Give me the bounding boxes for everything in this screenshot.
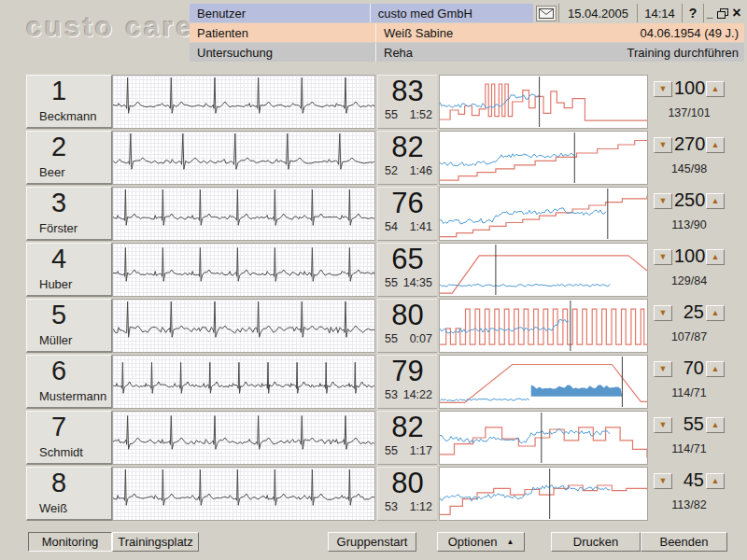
load-increase-button[interactable]: ▲ — [706, 249, 725, 265]
restore-button[interactable] — [715, 4, 729, 22]
patient-number-cell[interactable]: 1 Beckmann — [26, 75, 112, 129]
ecg-strip[interactable] — [112, 411, 375, 465]
patient-number: 6 — [51, 356, 66, 386]
load-increase-button[interactable]: ▲ — [706, 417, 725, 433]
ecg-strip[interactable] — [112, 131, 375, 185]
arrow-down-icon: ▼ — [659, 308, 668, 317]
patient-birthdate: 04.06.1954 (49 J.) — [640, 26, 739, 40]
gruppenstart-label: Gruppenstart — [337, 535, 408, 549]
load-decrease-button[interactable]: ▼ — [654, 81, 672, 97]
arrow-up-icon: ▲ — [712, 308, 720, 317]
heart-rate-value: 80 — [378, 467, 437, 500]
patient-number: 3 — [51, 188, 66, 218]
patient-number-cell[interactable]: 8 Weiß — [26, 467, 112, 521]
ecg-waveform — [113, 132, 374, 184]
ecg-waveform — [113, 188, 374, 240]
ecg-strip[interactable] — [112, 355, 375, 409]
arrow-up-icon: ▲ — [712, 476, 720, 485]
untersuchung-type: Reha — [384, 46, 413, 60]
patient-row: 7 Schmidt 82 55 1:17 ▼ 55 ▲ 114/71 — [0, 411, 747, 465]
minimize-button[interactable]: _ — [703, 4, 715, 22]
hr-secondary-value: 52 — [385, 164, 398, 177]
patient-number-cell[interactable]: 2 Beer — [26, 131, 112, 185]
ecg-strip[interactable] — [112, 243, 375, 297]
mail-icon[interactable] — [536, 6, 557, 21]
load-increase-button[interactable]: ▲ — [706, 473, 725, 489]
heart-rate-cell: 82 55 1:17 — [377, 411, 437, 465]
close-button[interactable]: × — [729, 4, 744, 22]
ecg-strip[interactable] — [112, 299, 375, 353]
restore-icon — [717, 8, 728, 19]
heart-rate-cell: 80 55 0:07 — [377, 299, 437, 353]
load-decrease-button[interactable]: ▼ — [654, 361, 672, 377]
trend-chart[interactable] — [439, 411, 648, 465]
load-decrease-button[interactable]: ▼ — [654, 417, 672, 433]
patient-number: 1 — [51, 76, 66, 106]
load-value: 70 — [674, 357, 704, 379]
trend-chart[interactable] — [439, 75, 648, 129]
arrow-down-icon: ▼ — [659, 196, 668, 205]
patienten-label[interactable]: Patienten — [190, 23, 376, 42]
gruppenstart-button[interactable]: Gruppenstart — [328, 532, 416, 552]
benutzer-label[interactable]: Benutzer — [190, 4, 371, 22]
patient-number-cell[interactable]: 7 Schmidt — [26, 411, 112, 465]
drucken-button[interactable]: Drucken — [551, 532, 641, 552]
patient-name-value: Weiß Sabine — [384, 26, 453, 40]
load-decrease-button[interactable]: ▼ — [654, 473, 672, 489]
heart-rate-value: 80 — [378, 299, 437, 332]
session-time: 1:41 — [410, 220, 432, 233]
help-button[interactable]: ? — [682, 4, 703, 22]
patient-name: Weiß — [39, 501, 67, 515]
load-increase-button[interactable]: ▲ — [706, 361, 725, 377]
patient-number: 5 — [51, 300, 66, 330]
arrow-up-icon: ▲ — [712, 140, 720, 149]
hr-subline: 55 1:52 — [385, 108, 432, 121]
trend-plot — [440, 412, 647, 464]
load-value: 250 — [674, 189, 704, 211]
arrow-up-icon: ▲ — [712, 196, 720, 205]
load-decrease-button[interactable]: ▼ — [654, 249, 672, 265]
chevron-up-icon: ▲ — [506, 539, 514, 546]
session-time: 1:46 — [410, 164, 432, 177]
patient-number-cell[interactable]: 6 Mustermann — [26, 355, 112, 409]
patient-name: Förster — [39, 221, 78, 235]
load-decrease-button[interactable]: ▼ — [654, 193, 672, 209]
hr-secondary-value: 55 — [385, 276, 398, 289]
session-time: 1:52 — [410, 108, 432, 121]
ecg-waveform — [113, 468, 374, 520]
untersuchung-action: Training durchführen — [627, 46, 739, 60]
arrow-down-icon: ▼ — [659, 476, 668, 485]
load-value: 100 — [674, 245, 704, 267]
load-decrease-button[interactable]: ▼ — [654, 137, 672, 153]
arrow-down-icon: ▼ — [659, 252, 668, 261]
load-increase-button[interactable]: ▲ — [706, 137, 725, 153]
trend-chart[interactable] — [439, 467, 648, 521]
load-controls: ▼ 25 ▲ 107/87 — [652, 299, 726, 353]
load-value: 100 — [674, 77, 704, 99]
patient-number-cell[interactable]: 3 Förster — [26, 187, 112, 241]
patient-number-cell[interactable]: 4 Huber — [26, 243, 112, 297]
trend-plot — [440, 188, 647, 240]
trend-chart[interactable] — [439, 131, 648, 185]
ecg-strip[interactable] — [112, 187, 375, 241]
patient-row: 4 Huber 65 55 14:35 ▼ 100 ▲ 129/84 — [0, 243, 747, 297]
load-decrease-button[interactable]: ▼ — [654, 305, 672, 321]
patient-number: 7 — [51, 412, 66, 442]
trend-chart[interactable] — [439, 299, 648, 353]
patient-number-cell[interactable]: 5 Müller — [26, 299, 112, 353]
blood-pressure: 137/101 — [652, 106, 726, 119]
load-increase-button[interactable]: ▲ — [706, 305, 725, 321]
ecg-strip[interactable] — [112, 75, 375, 129]
trend-chart[interactable] — [439, 355, 648, 409]
trend-chart[interactable] — [439, 187, 648, 241]
untersuchung-label[interactable]: Untersuchung — [190, 43, 376, 62]
beenden-button[interactable]: Beenden — [641, 532, 727, 552]
load-increase-button[interactable]: ▲ — [706, 81, 725, 97]
optionen-button[interactable]: Optionen▲ — [437, 532, 525, 552]
load-increase-button[interactable]: ▲ — [706, 193, 725, 209]
ecg-strip[interactable] — [112, 467, 375, 521]
trainingsplatz-button[interactable]: Trainingsplatz — [112, 532, 199, 552]
date-display: 15.04.2005 — [558, 4, 637, 22]
monitoring-button[interactable]: Monitoring — [28, 532, 112, 552]
trend-chart[interactable] — [439, 243, 648, 297]
